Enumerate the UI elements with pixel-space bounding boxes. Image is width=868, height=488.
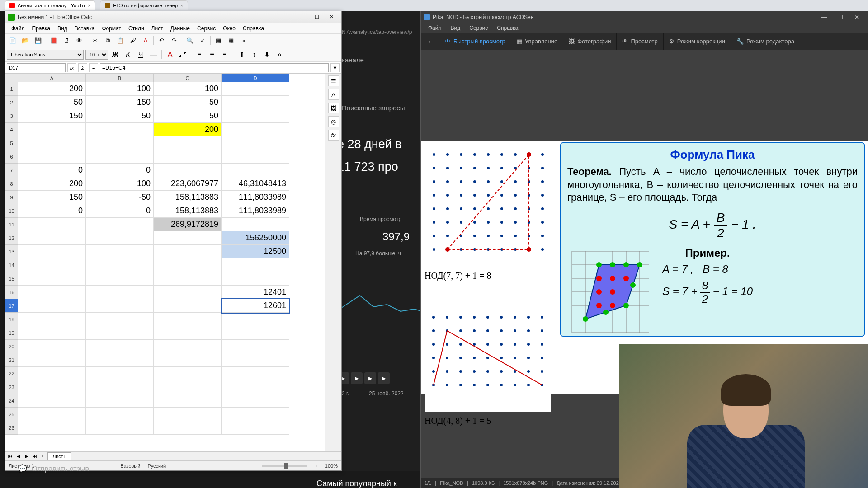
close-button[interactable]: ✕ bbox=[849, 13, 865, 22]
cell-reference-input[interactable] bbox=[7, 63, 66, 72]
undo-button[interactable]: ↶ bbox=[156, 35, 167, 46]
col-button[interactable]: ▦ bbox=[225, 35, 237, 46]
cell-B13[interactable] bbox=[86, 245, 154, 258]
cell-A16[interactable] bbox=[18, 286, 86, 299]
col-header-B[interactable]: B bbox=[86, 74, 154, 82]
menu-help[interactable]: Справка bbox=[492, 24, 523, 32]
row-header[interactable]: 14 bbox=[5, 258, 18, 272]
select-all-corner[interactable] bbox=[5, 74, 18, 82]
col-header-D[interactable]: D bbox=[222, 74, 289, 82]
sheet-first-button[interactable]: ⏮ bbox=[7, 453, 14, 460]
menu-sheet[interactable]: Лист bbox=[148, 24, 167, 33]
minimize-button[interactable]: — bbox=[295, 13, 310, 22]
sheet-last-button[interactable]: ⏭ bbox=[31, 453, 38, 460]
formula-input[interactable] bbox=[100, 63, 329, 72]
cell-B4[interactable] bbox=[86, 123, 154, 136]
cell-C5[interactable] bbox=[154, 136, 222, 150]
row-header[interactable]: 3 bbox=[5, 109, 18, 123]
cell-D14[interactable] bbox=[222, 258, 289, 272]
col-header-C[interactable]: C bbox=[154, 74, 222, 82]
cell-A10[interactable]: 0 bbox=[18, 204, 86, 218]
align-right-button[interactable]: ≡ bbox=[219, 50, 230, 60]
cell-B9[interactable]: -50 bbox=[86, 191, 154, 204]
clear-format-button[interactable]: A bbox=[140, 35, 151, 46]
more-format-button[interactable]: » bbox=[274, 50, 285, 60]
cell-A17[interactable] bbox=[18, 299, 86, 313]
export-pdf-button[interactable]: 📕 bbox=[48, 35, 60, 46]
row-header[interactable]: 21 bbox=[5, 353, 18, 367]
cell-C6[interactable] bbox=[154, 150, 222, 164]
cell-C10[interactable]: 158,113883 bbox=[154, 204, 222, 218]
cell-B10[interactable]: 0 bbox=[86, 204, 154, 218]
spreadsheet-grid[interactable]: A B C D 1200100100 25015050 31505050 420… bbox=[5, 74, 325, 451]
sheet-next-button[interactable]: ▶ bbox=[23, 453, 30, 460]
calc-titlebar[interactable]: Без имени 1 - LibreOffice Calc — ☐ ✕ bbox=[5, 11, 341, 23]
menu-insert[interactable]: Вставка bbox=[71, 24, 99, 33]
mode-photos[interactable]: 🖼Фотографии bbox=[563, 33, 616, 50]
close-icon[interactable]: × bbox=[88, 3, 90, 8]
bold-button[interactable]: Ж bbox=[110, 50, 121, 60]
row-header[interactable]: 20 bbox=[5, 340, 18, 353]
maximize-button[interactable]: ☐ bbox=[832, 13, 849, 22]
print-preview-button[interactable]: 👁 bbox=[73, 35, 85, 46]
mode-edit[interactable]: 🔧Режим редактора bbox=[731, 33, 800, 50]
cell-D4[interactable] bbox=[222, 123, 289, 136]
menu-window[interactable]: Окно bbox=[219, 24, 239, 33]
cell-D8[interactable]: 46,31048413 bbox=[222, 177, 289, 191]
col-header-A[interactable]: A bbox=[18, 74, 86, 82]
functions-icon[interactable]: fx bbox=[328, 130, 339, 141]
close-button[interactable]: ✕ bbox=[324, 13, 339, 22]
italic-button[interactable]: К bbox=[123, 50, 133, 60]
cell-B8[interactable]: 100 bbox=[86, 177, 154, 191]
menu-file[interactable]: Файл bbox=[424, 24, 446, 32]
play-next-button[interactable]: ▶ bbox=[364, 372, 376, 384]
navigator-icon[interactable]: ◎ bbox=[328, 116, 339, 127]
row-header[interactable]: 5 bbox=[5, 136, 18, 150]
cell-D5[interactable] bbox=[222, 136, 289, 150]
cell-B2[interactable]: 150 bbox=[86, 96, 154, 109]
cell-B15[interactable] bbox=[86, 272, 154, 286]
cut-button[interactable]: ✂ bbox=[89, 35, 101, 46]
sheet-add-button[interactable]: + bbox=[39, 453, 47, 460]
valign-top-button[interactable]: ⬆ bbox=[236, 50, 247, 60]
menu-view[interactable]: Вид bbox=[54, 24, 71, 33]
row-header[interactable]: 15 bbox=[5, 272, 18, 286]
menu-format[interactable]: Формат bbox=[98, 24, 125, 33]
browser-tab-ege[interactable]: ЕГЭ по информатике: генер × bbox=[100, 0, 188, 10]
copy-button[interactable]: ⧉ bbox=[102, 35, 113, 46]
menu-tools[interactable]: Сервис bbox=[193, 24, 219, 33]
cell-D11[interactable] bbox=[222, 218, 289, 231]
cell-B12[interactable] bbox=[86, 231, 154, 245]
row-header[interactable]: 2 bbox=[5, 96, 18, 109]
row-header[interactable]: 1 bbox=[5, 82, 18, 96]
align-center-button[interactable]: ≡ bbox=[207, 50, 217, 60]
paste-button[interactable]: 📋 bbox=[114, 35, 126, 46]
cell-A9[interactable]: 150 bbox=[18, 191, 86, 204]
underline-button[interactable]: Ч bbox=[135, 50, 146, 60]
cell-C14[interactable] bbox=[154, 258, 222, 272]
cell-C4[interactable]: 200 bbox=[154, 123, 222, 136]
cell-B1[interactable]: 100 bbox=[86, 82, 154, 96]
menu-styles[interactable]: Стили bbox=[125, 24, 148, 33]
cell-C12[interactable] bbox=[154, 231, 222, 245]
valign-bot-button[interactable]: ⬇ bbox=[261, 50, 272, 60]
cell-B5[interactable] bbox=[86, 136, 154, 150]
mode-quickview[interactable]: 👁Быстрый просмотр bbox=[439, 33, 511, 50]
cell-D6[interactable] bbox=[222, 150, 289, 164]
cell-C17[interactable] bbox=[154, 299, 222, 313]
row-header[interactable]: 6 bbox=[5, 150, 18, 164]
play-button[interactable]: ▶ bbox=[351, 372, 363, 384]
cell-B3[interactable]: 50 bbox=[86, 109, 154, 123]
highlight-button[interactable]: 🖍 bbox=[177, 50, 188, 60]
menu-file[interactable]: Файл bbox=[8, 24, 28, 33]
redo-button[interactable]: ↷ bbox=[168, 35, 180, 46]
cell-D10[interactable]: 111,8033989 bbox=[222, 204, 289, 218]
mode-manage[interactable]: ▦Управление bbox=[511, 33, 563, 50]
cell-A13[interactable] bbox=[18, 245, 86, 258]
menu-data[interactable]: Данные bbox=[167, 24, 193, 33]
sum-icon[interactable]: Σ bbox=[78, 63, 87, 72]
send-feedback-link[interactable]: 💬 Отправить отзыв bbox=[18, 465, 89, 473]
cell-D15[interactable] bbox=[222, 272, 289, 286]
cell-C13[interactable] bbox=[154, 245, 222, 258]
cell-A5[interactable] bbox=[18, 136, 86, 150]
